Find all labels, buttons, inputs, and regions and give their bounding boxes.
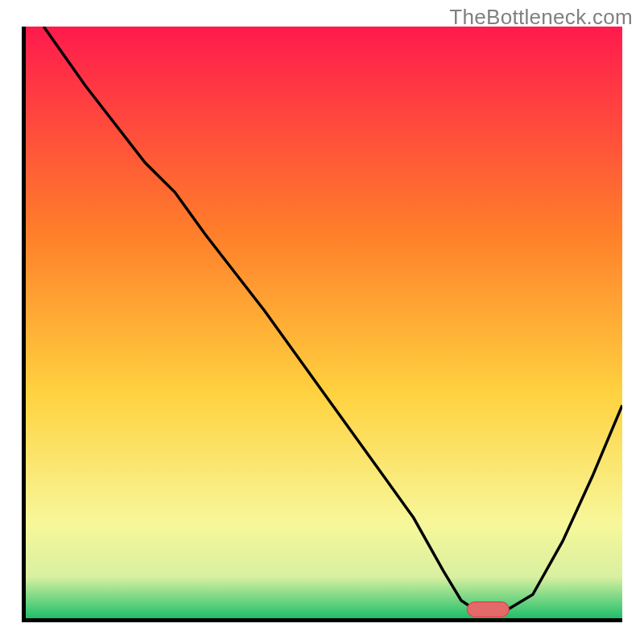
plot-svg xyxy=(26,27,622,618)
optimal-range-marker xyxy=(467,602,509,617)
plot-area xyxy=(22,27,622,622)
gradient-background xyxy=(26,27,622,618)
chart-container: TheBottleneck.com xyxy=(0,0,644,644)
